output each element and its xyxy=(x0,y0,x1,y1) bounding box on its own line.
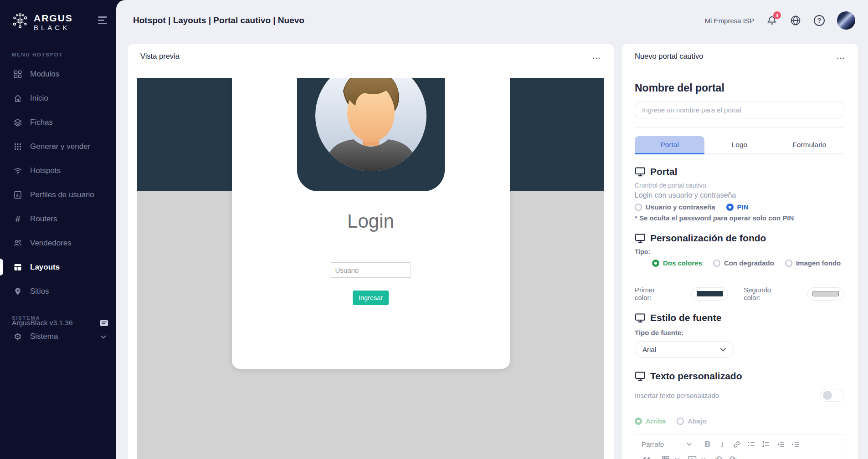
segundo-color-swatch xyxy=(812,291,839,296)
radio-arriba[interactable]: Arriba xyxy=(635,417,666,425)
fuente-section-heading: Estilo de fuente xyxy=(635,312,844,323)
help-icon[interactable]: ? xyxy=(813,15,825,26)
numbered-list-icon[interactable] xyxy=(759,438,773,451)
segundo-color-label: Segundo color: xyxy=(744,286,789,301)
radio-circle xyxy=(635,204,642,211)
breadcrumb: Hotspot | Layouts | Portal cautivo | Nue… xyxy=(133,15,304,26)
undo-icon[interactable]: ↶ xyxy=(712,453,725,459)
language-globe-icon[interactable] xyxy=(790,15,801,26)
dots-grid-icon xyxy=(13,142,23,152)
chevron-down-icon[interactable] xyxy=(673,453,681,459)
insert-media-icon[interactable] xyxy=(685,453,699,459)
profile-card-icon xyxy=(13,190,23,200)
tab-portal[interactable]: Portal xyxy=(635,136,704,153)
login-title: Login xyxy=(232,210,510,232)
sidebar-item-layouts[interactable]: Layouts xyxy=(0,255,116,279)
primer-color-picker[interactable] xyxy=(691,287,728,301)
user-avatar[interactable] xyxy=(837,11,855,30)
editor-toolbar: Párrafo B I xyxy=(635,434,844,459)
radio-circle xyxy=(785,260,792,267)
monitor-icon xyxy=(635,166,646,177)
tipo-de-fuente-label: Tipo de fuente: xyxy=(635,329,844,337)
segundo-color-picker[interactable] xyxy=(807,287,844,301)
preview-card-title: Vista previa xyxy=(140,52,180,61)
monitor-icon xyxy=(635,233,646,244)
sidebar-item-perfiles-de-usuario[interactable]: Perfiles de usuario xyxy=(0,183,116,207)
redo-icon[interactable]: ↷ xyxy=(726,453,740,459)
fondo-section-title: Personalización de fondo xyxy=(650,233,766,244)
molecule-logo-icon xyxy=(11,12,29,32)
username-input[interactable] xyxy=(331,262,411,278)
sidebar-item-label: Generar y vender xyxy=(30,142,90,151)
radio-circle-checked xyxy=(726,204,734,211)
radio-circle xyxy=(713,260,720,267)
indent-icon[interactable] xyxy=(788,438,802,451)
insert-table-icon[interactable] xyxy=(659,453,673,459)
portal-name-label: Nombre del portal xyxy=(635,82,844,94)
login-submit-button[interactable]: Ingresar xyxy=(353,291,389,305)
bulleted-list-icon[interactable] xyxy=(745,438,758,451)
preview-login-card: Login Ingresar xyxy=(232,78,510,369)
link-icon[interactable] xyxy=(730,438,744,451)
radio-imagen-fondo[interactable]: Imagen fondo xyxy=(785,259,841,267)
card-menu-icon[interactable]: ... xyxy=(837,55,845,58)
paragraph-style-dropdown[interactable]: Párrafo xyxy=(640,438,693,451)
italic-icon[interactable]: I xyxy=(715,438,729,451)
sidebar-item-label: Sistema xyxy=(30,332,58,341)
hash-icon: # xyxy=(13,214,23,224)
insert-text-toggle[interactable] xyxy=(821,389,844,402)
sidebar-section-menu-hotspot: MENU HOTSPOT xyxy=(0,52,116,57)
portal-name-input[interactable] xyxy=(635,102,844,118)
bold-icon[interactable]: B xyxy=(701,438,714,451)
sidebar-item-fichas[interactable]: Fichas xyxy=(0,110,116,134)
outdent-icon[interactable] xyxy=(774,438,787,451)
radio-label: Dos colores xyxy=(663,259,702,267)
content-area: Hotspot | Layouts | Portal cautivo | Nue… xyxy=(116,0,868,459)
sidebar-item-label: Inicio xyxy=(30,94,48,103)
sidebar-item-vendedores[interactable]: Vendedores xyxy=(0,231,116,255)
radio-label: Abajo xyxy=(688,417,707,425)
radio-abajo[interactable]: Abajo xyxy=(677,417,707,425)
sidebar-item-sistema[interactable]: ⚙ Sistema xyxy=(0,324,116,348)
radio-dos-colores[interactable]: Dos colores xyxy=(652,259,702,267)
paragraph-label: Párrafo xyxy=(642,440,664,448)
chevron-down-icon xyxy=(720,347,726,352)
sidebar-item-inicio[interactable]: Inicio xyxy=(0,86,116,110)
blockquote-icon[interactable] xyxy=(640,453,653,459)
font-select[interactable]: Arial xyxy=(635,341,734,358)
insert-text-label: Insertar texto personalizado xyxy=(635,392,719,399)
texto-section-heading: Texto personalizado xyxy=(635,371,844,382)
question-glyph: ? xyxy=(814,15,825,26)
notifications-bell-icon[interactable]: 4 xyxy=(766,15,778,26)
brand-line1: ARGUS xyxy=(34,13,73,23)
map-pin-icon xyxy=(13,286,23,296)
radio-usuario-contrasena[interactable]: Usuario y contraseña xyxy=(635,203,715,211)
tab-logo[interactable]: Logo xyxy=(704,136,774,153)
radio-pin[interactable]: PIN xyxy=(726,203,749,211)
sidebar-item-routers[interactable]: # Routers xyxy=(0,207,116,231)
radio-con-degradado[interactable]: Con degradado xyxy=(713,259,774,267)
sidebar-item-sitios[interactable]: Sitios xyxy=(0,279,116,303)
brand-text: ARGUS BLACK xyxy=(34,13,73,31)
top-bar: Hotspot | Layouts | Portal cautivo | Nue… xyxy=(116,0,868,41)
chevron-down-icon xyxy=(101,332,106,341)
app-version: ArgusBlack v3.1.36 xyxy=(12,319,73,327)
chevron-down-icon[interactable] xyxy=(700,453,707,459)
radio-label: Imagen fondo xyxy=(796,259,841,267)
radio-label: Usuario y contraseña xyxy=(646,203,715,211)
sidebar-collapse-icon[interactable] xyxy=(98,16,107,26)
portal-section-title: Portal xyxy=(650,166,678,177)
pin-note: * Se oculta el password para operar solo… xyxy=(635,214,844,222)
sidebar-footer: ArgusBlack v3.1.36 xyxy=(12,319,108,327)
language-icon[interactable] xyxy=(100,320,108,326)
sidebar-item-hotspots[interactable]: Hotspots xyxy=(0,158,116,183)
card-menu-icon[interactable]: ... xyxy=(592,55,601,58)
home-icon xyxy=(13,93,23,103)
sidebar-item-label: Layouts xyxy=(30,263,60,272)
portal-preview: Login Ingresar xyxy=(137,78,604,459)
texto-section-title: Texto personalizado xyxy=(650,371,742,382)
sidebar-item-modulos[interactable]: Modulos xyxy=(0,62,116,86)
sidebar-item-generar-y-vender[interactable]: Generar y vender xyxy=(0,134,116,158)
tab-formulario[interactable]: Formulario xyxy=(775,136,844,153)
sidebar: ARGUS BLACK MENU HOTSPOT Modulos Inicio … xyxy=(0,0,116,459)
